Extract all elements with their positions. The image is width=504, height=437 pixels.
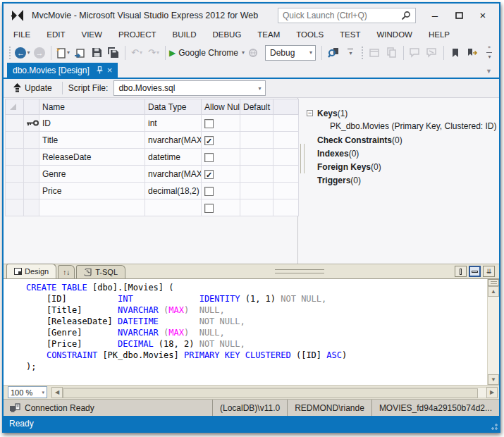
allow-nulls-checkbox[interactable] xyxy=(204,187,214,196)
default-cell[interactable] xyxy=(240,115,273,132)
menu-edit[interactable]: EDIT xyxy=(47,30,65,39)
menu-file[interactable]: FILE xyxy=(13,30,30,39)
toolbar-grip[interactable] xyxy=(8,47,12,59)
grid-row-genre[interactable]: Genrenvarchar(MAX)✓ xyxy=(6,166,299,183)
code-line[interactable]: ); xyxy=(26,361,487,372)
data-type-cell[interactable] xyxy=(145,199,202,216)
vertical-splitter-handle[interactable] xyxy=(300,144,305,173)
grid-row-empty[interactable] xyxy=(6,199,299,216)
toolbar-grip-2[interactable] xyxy=(361,47,364,59)
menu-debug[interactable]: DEBUG xyxy=(212,30,241,39)
tab-dbo-movies-design[interactable]: dbo.Movies [Design] × xyxy=(7,63,118,78)
undo-button[interactable]: ↶▾ xyxy=(129,45,145,61)
data-type-cell[interactable]: nvarchar(MAX) xyxy=(145,132,202,149)
vertical-split-button[interactable] xyxy=(455,266,467,277)
scroll-down-icon[interactable]: ▼ xyxy=(488,374,499,385)
row-selector[interactable] xyxy=(6,115,24,132)
menu-window[interactable]: WINDOW xyxy=(376,30,412,39)
code-line[interactable]: [ReleaseDate] DATETIME NOT NULL, xyxy=(26,316,487,327)
navigate-forward-button[interactable]: → xyxy=(32,45,47,61)
scrollbar-split-grip[interactable] xyxy=(488,279,499,286)
scroll-right-icon[interactable]: ▶ xyxy=(486,387,498,398)
grid-row-id[interactable]: IDint xyxy=(6,115,299,132)
grid-row-price[interactable]: Pricedecimal(18,2) xyxy=(6,183,299,199)
column-header-name[interactable]: Name xyxy=(39,99,145,115)
minimize-button[interactable]: – xyxy=(423,6,447,25)
sql-code[interactable]: CREATE TABLE [dbo].[Movies] ( [ID] INT I… xyxy=(4,279,487,385)
tree-item-check-constraints[interactable]: Check Constraints (0) xyxy=(307,133,499,147)
row-selector[interactable] xyxy=(6,166,24,183)
pin-icon[interactable] xyxy=(97,66,103,74)
browse-with-button[interactable] xyxy=(246,45,262,61)
redo-button[interactable]: ↷▾ xyxy=(146,45,161,61)
tree-child-item[interactable]: PK_dbo.Movies (Primary Key, Clustered: I… xyxy=(307,120,499,133)
collapse-icon[interactable]: − xyxy=(307,110,313,116)
quick-launch-box[interactable] xyxy=(278,8,416,23)
data-type-cell[interactable]: decimal(18,2) xyxy=(145,183,202,199)
allow-nulls-checkbox[interactable] xyxy=(204,119,214,128)
menu-view[interactable]: VIEW xyxy=(82,30,102,39)
tab-design[interactable]: Design xyxy=(6,264,56,278)
tree-item-foreign-keys[interactable]: Foreign Keys (0) xyxy=(307,160,499,173)
name-cell[interactable]: ReleaseDate xyxy=(39,149,145,166)
name-cell[interactable] xyxy=(39,199,145,216)
column-header-data-type[interactable]: Data Type xyxy=(145,99,202,115)
next-bookmark-button[interactable] xyxy=(465,45,480,61)
default-cell[interactable] xyxy=(240,183,273,199)
title-bar[interactable]: MvcMovie - Microsoft Visual Studio Expre… xyxy=(4,4,499,27)
toolbar-overflow-button[interactable]: ▾ xyxy=(343,45,358,61)
menu-build[interactable]: BUILD xyxy=(173,30,197,39)
new-item-button[interactable]: ▾ xyxy=(55,45,70,61)
quick-launch-input[interactable] xyxy=(283,11,401,20)
tree-item-indexes[interactable]: Indexes (0) xyxy=(307,147,499,160)
column-header-default[interactable]: Default xyxy=(240,99,273,115)
select-all-corner[interactable] xyxy=(6,99,24,115)
hscroll-thumb[interactable] xyxy=(63,388,478,398)
script-file-combo[interactable]: dbo.Movies.sql ▾ xyxy=(113,80,266,96)
swap-panes-button[interactable]: ↑↓ xyxy=(58,265,75,278)
comment-button[interactable] xyxy=(407,45,423,61)
data-type-cell[interactable]: int xyxy=(145,115,202,132)
editor-horizontal-scrollbar[interactable]: ◀ ▶ xyxy=(51,387,498,398)
name-cell[interactable]: ID xyxy=(39,115,145,132)
editor-vertical-scrollbar[interactable]: ▲ ▼ xyxy=(487,279,499,385)
code-line[interactable]: [ID] INT IDENTITY (1, 1) NOT NULL, xyxy=(26,293,487,304)
tab-tsql[interactable]: T-SQL xyxy=(76,265,125,278)
menu-tools[interactable]: TOOLS xyxy=(296,30,324,39)
code-line[interactable]: [Genre] NVARCHAR (MAX) NULL, xyxy=(26,327,487,338)
column-header-allow-nulls[interactable]: Allow Nulls xyxy=(202,99,240,115)
save-all-button[interactable] xyxy=(106,45,121,61)
allow-nulls-checkbox[interactable] xyxy=(204,204,214,213)
data-type-cell[interactable]: nvarchar(MAX) xyxy=(145,166,202,183)
data-type-cell[interactable]: datetime xyxy=(145,149,202,166)
menu-help[interactable]: HELP xyxy=(429,30,450,39)
default-cell[interactable] xyxy=(240,149,273,166)
start-debug-button[interactable]: ▶ Google Chrome▾ xyxy=(169,45,245,61)
maximize-button[interactable] xyxy=(447,6,471,25)
default-cell[interactable] xyxy=(240,166,273,183)
menu-test[interactable]: TEST xyxy=(340,30,360,39)
name-cell[interactable]: Price xyxy=(39,183,145,199)
allow-nulls-checkbox[interactable]: ✓ xyxy=(204,170,214,179)
close-button[interactable]: × xyxy=(471,6,495,25)
scroll-left-icon[interactable]: ◀ xyxy=(51,387,63,398)
code-line[interactable]: [Price] DECIMAL (18, 2) NOT NULL, xyxy=(26,338,487,350)
find-button[interactable] xyxy=(326,45,341,61)
code-line[interactable]: CREATE TABLE [dbo].[Movies] ( xyxy=(26,282,487,293)
bookmark-button[interactable] xyxy=(448,45,463,61)
default-cell[interactable] xyxy=(240,132,273,149)
document-list-dropdown-icon[interactable]: ▼ xyxy=(486,68,492,75)
toolbar-overflow-button-2[interactable]: ❞▾ xyxy=(481,45,497,61)
horizontal-splitter-handle[interactable] xyxy=(275,269,324,273)
name-cell[interactable]: Genre xyxy=(39,166,145,183)
uncomment-button[interactable] xyxy=(424,45,440,61)
collapse-pane-button[interactable]: ⇊ xyxy=(483,266,495,277)
tsql-editor[interactable]: CREATE TABLE [dbo].[Movies] ( [ID] INT I… xyxy=(4,278,499,385)
grid-row-releasedate[interactable]: ReleaseDatedatetime xyxy=(6,149,299,166)
save-button[interactable] xyxy=(89,45,104,61)
solution-config-combo[interactable]: Debug▾ xyxy=(265,45,316,61)
tree-item-triggers[interactable]: Triggers (0) xyxy=(307,173,499,187)
menu-project[interactable]: PROJECT xyxy=(118,30,156,39)
row-selector[interactable] xyxy=(6,132,24,149)
scroll-up-icon[interactable]: ▲ xyxy=(488,286,499,297)
